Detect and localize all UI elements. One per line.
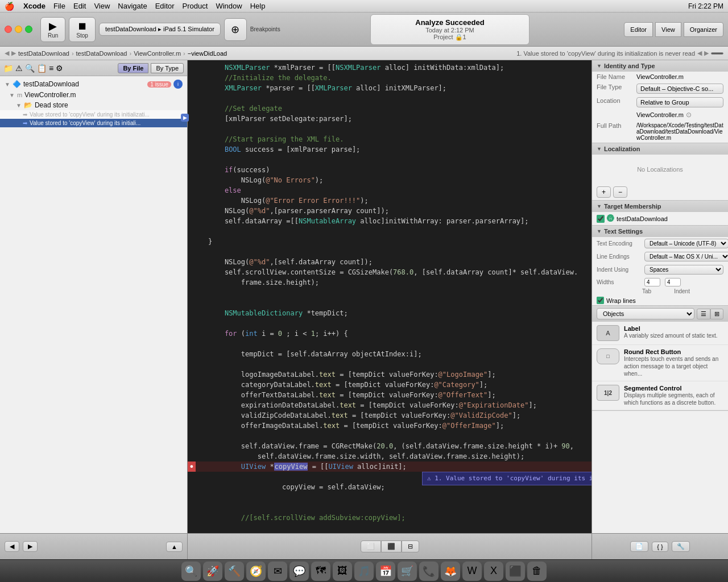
indent-width-input[interactable] xyxy=(665,278,681,286)
stop-button[interactable]: ⏹ Stop xyxy=(69,17,96,42)
target-checkbox[interactable] xyxy=(597,215,605,223)
nav-issue-next[interactable]: ▶ xyxy=(704,49,709,57)
organizer-button[interactable]: Organizer xyxy=(684,22,723,37)
tree-viewcontroller[interactable]: ▼ m ViewController.m xyxy=(0,90,187,100)
tree-arrow-dead[interactable]: ▼ xyxy=(16,102,22,109)
triangle-icon: ▼ xyxy=(597,146,602,152)
dock-calendar[interactable]: 📅 xyxy=(376,562,395,581)
by-type-button[interactable]: By Type xyxy=(151,63,184,73)
nav-icon3[interactable]: 🔍 xyxy=(25,64,35,73)
bottom-nav-forward[interactable]: ▶ xyxy=(23,541,38,552)
editor-view-button[interactable]: Editor xyxy=(624,22,653,37)
jump-bar-btn[interactable]: ▶ xyxy=(181,114,189,122)
wrap-checkbox[interactable] xyxy=(597,297,604,304)
dock-photos[interactable]: 🖼 xyxy=(333,562,352,581)
nav-icon4[interactable]: 📋 xyxy=(37,64,47,73)
right-panel: ▼ Identity and Type File Name ViewContro… xyxy=(592,60,728,533)
breakpoints-button[interactable]: ⊕ xyxy=(224,18,247,41)
editor-split-btn[interactable]: ⬛ xyxy=(381,541,402,552)
dock-appstore[interactable]: 🛒 xyxy=(398,562,417,581)
bc-item-group[interactable]: testDataDownload xyxy=(76,50,127,57)
grid-view-btn[interactable]: ⊞ xyxy=(710,309,723,319)
run-button[interactable]: ▶ Run xyxy=(40,17,65,42)
scheme-selector[interactable]: testDataDownload ▸ iPad 5.1 Simulator xyxy=(99,23,221,36)
file-type-dropdown[interactable]: Default – Objective-C so... xyxy=(636,84,723,94)
add-localization-btn[interactable]: + xyxy=(597,186,611,198)
tree-arrow-vc[interactable]: ▼ xyxy=(9,92,15,98)
menu-xcode[interactable]: Xcode xyxy=(23,2,46,10)
code-line: NSXMLParser *xmlParser = [[NSXMLParser a… xyxy=(188,63,592,73)
bc-item-method[interactable]: −viewDidLoad xyxy=(188,50,227,57)
view-button[interactable]: View xyxy=(655,22,681,37)
localization-header[interactable]: ▼ Localization xyxy=(592,143,728,155)
dock-trash[interactable]: 🗑 xyxy=(527,562,547,581)
menu-edit[interactable]: Edit xyxy=(73,2,86,10)
menu-navigate[interactable]: Navigate xyxy=(118,2,147,10)
dock-safari[interactable]: 🧭 xyxy=(246,562,266,581)
menu-product[interactable]: Product xyxy=(183,2,208,10)
dock-word[interactable]: W xyxy=(462,562,482,581)
menu-help[interactable]: Help xyxy=(250,2,266,10)
bottom-nav-up[interactable]: ▲ xyxy=(166,542,183,552)
tab-width-input[interactable] xyxy=(644,278,660,286)
editor-version-btn[interactable]: ⊟ xyxy=(402,541,419,552)
target-membership-header[interactable]: ▼ Target Membership xyxy=(592,201,728,212)
dock-xcode[interactable]: 🔨 xyxy=(225,562,244,581)
text-settings-section: ▼ Text Settings Text Encoding Default – … xyxy=(592,226,728,306)
bottom-right-btn3[interactable]: 🔧 xyxy=(672,541,690,552)
tree-deadstore[interactable]: ▼ 📂 Dead store xyxy=(0,100,187,110)
dock-launchpad[interactable]: 🚀 xyxy=(203,562,222,581)
tree-root[interactable]: ▼ 🔷 testDataDownload 1 issue i xyxy=(0,78,187,90)
remove-localization-btn[interactable]: − xyxy=(613,186,627,198)
nav-issue-prev[interactable]: ◀ xyxy=(697,49,702,57)
dock-maps[interactable]: 🗺 xyxy=(311,562,330,581)
nav-icon1[interactable]: 📁 xyxy=(3,64,13,73)
bottom-right-btn2[interactable]: { } xyxy=(652,542,668,552)
encoding-dropdown[interactable]: Default – Unicode (UTF-8) xyxy=(644,239,728,248)
tree-issue-2[interactable]: ➡ Value stored to 'copyView' during its … xyxy=(0,119,187,127)
reveal-btn[interactable]: ⊙ xyxy=(686,111,692,119)
apple-menu[interactable]: 🍎 xyxy=(5,2,14,11)
nav-icon2[interactable]: ⚠ xyxy=(15,64,23,73)
dock-mail[interactable]: ✉ xyxy=(268,562,287,581)
object-item-button: □ Round Rect Button Intercepts touch eve… xyxy=(592,345,728,381)
maximize-btn[interactable] xyxy=(25,26,32,33)
status-analyze-text: Analyze Succeeded xyxy=(382,18,518,27)
close-btn[interactable] xyxy=(5,26,12,33)
objects-dropdown[interactable]: Objects xyxy=(597,308,694,319)
minimize-btn[interactable] xyxy=(15,26,22,33)
bc-nav-next[interactable]: ▶ xyxy=(11,49,16,57)
bottom-nav-back[interactable]: ◀ xyxy=(5,541,19,552)
dock-excel[interactable]: X xyxy=(484,562,503,581)
bc-item-project[interactable]: testDataDownload xyxy=(18,50,69,57)
dock-music[interactable]: 🎵 xyxy=(354,562,374,581)
by-file-button[interactable]: By File xyxy=(118,63,148,73)
nav-icon6[interactable]: ⚙ xyxy=(56,64,63,73)
done-button[interactable] xyxy=(711,52,723,55)
tree-arrow-root[interactable]: ▼ xyxy=(5,81,10,88)
menu-editor[interactable]: Editor xyxy=(155,2,175,10)
location-dropdown[interactable]: Relative to Group xyxy=(636,97,723,107)
dock-terminal[interactable]: ⬛ xyxy=(506,562,525,581)
bc-item-file[interactable]: ViewController.m xyxy=(134,50,181,57)
text-settings-header[interactable]: ▼ Text Settings xyxy=(592,226,728,237)
bottom-editor-tools: ⬜ ⬛ ⊟ xyxy=(188,534,592,559)
menu-file[interactable]: File xyxy=(53,2,65,10)
nav-icon5[interactable]: ≡ xyxy=(49,64,53,73)
line-endings-dropdown[interactable]: Default – Mac OS X / Uni... xyxy=(644,252,728,261)
menu-view[interactable]: View xyxy=(94,2,110,10)
deadstore-icon: 📂 xyxy=(24,101,32,109)
dock-firefox[interactable]: 🦊 xyxy=(441,562,460,581)
dock-skype[interactable]: 📞 xyxy=(419,562,439,581)
tree-issue-1[interactable]: ➡ Value stored to 'copyView' during its … xyxy=(0,110,187,119)
dock-finder[interactable]: 🔍 xyxy=(181,562,201,581)
editor-single-btn[interactable]: ⬜ xyxy=(361,541,381,552)
bc-nav-prev[interactable]: ◀ xyxy=(5,49,9,57)
identity-type-header[interactable]: ▼ Identity and Type xyxy=(592,60,728,72)
indent-using-dropdown[interactable]: Spaces xyxy=(644,265,723,275)
menu-window[interactable]: Window xyxy=(216,2,242,10)
bottom-right-btn1[interactable]: 📄 xyxy=(630,541,648,552)
dock-messages[interactable]: 💬 xyxy=(289,562,309,581)
code-view[interactable]: NSXMLParser *xmlParser = [[NSXMLParser a… xyxy=(188,60,592,533)
list-view-btn[interactable]: ☰ xyxy=(697,309,710,319)
